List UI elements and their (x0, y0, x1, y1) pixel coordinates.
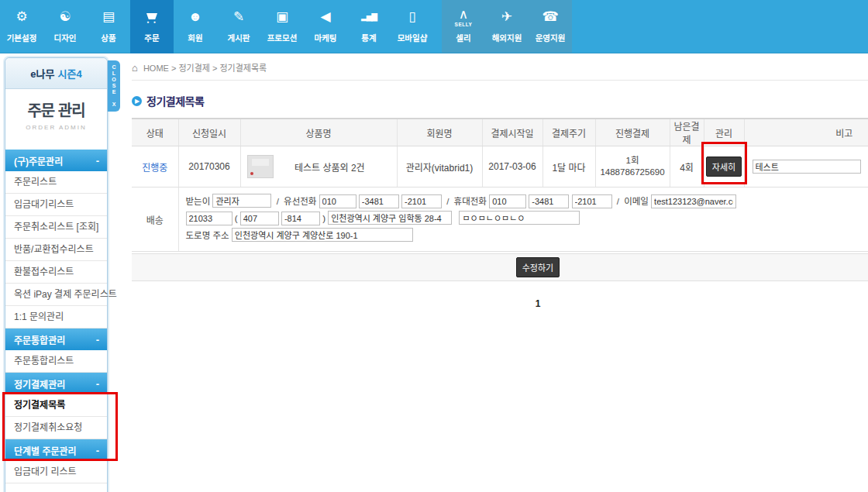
sidebar-item-order-list[interactable]: 주문리스트 (5, 171, 107, 194)
sidebar-item-subscription-cancel-request[interactable]: 정기결제취소요청 (5, 417, 107, 439)
person-icon: ☻ (188, 7, 202, 27)
subscription-table: 상태 신청일시 상품명 회원명 결제시작일 결제주기 진행결제 남은결제 관리 … (132, 118, 868, 252)
sidebar-title-box: 주문 관리 ORDER ADMIN (5, 89, 107, 139)
sidebar-item-return-exchange-list[interactable]: 반품/교환접수리스트 (5, 239, 107, 261)
sidebar-section-order-integration[interactable]: 주문통합관리 - (5, 329, 107, 350)
product-name-cell: 테스트 상품외 2건 (281, 146, 397, 188)
basket-icon: ▤ (102, 7, 115, 27)
table-row: 진행중 20170306 테스트 상품외 2건 관리자(vitabrid1) 2… (132, 146, 868, 188)
tel2-input[interactable] (359, 194, 399, 208)
collapse-minus-icon: - (96, 378, 99, 390)
page-title: 정기결제목록 (146, 93, 204, 108)
nav-item-stats[interactable]: ▂▅▇ 통계 (347, 0, 391, 53)
palette-icon: ☯ (59, 7, 71, 27)
zip3-input[interactable] (281, 212, 320, 225)
edit-button[interactable]: 수정하기 (516, 257, 560, 277)
gear-icon: ⚙ (16, 7, 27, 27)
subscription-table-wrap: 상태 신청일시 상품명 회원명 결제시작일 결제주기 진행결제 남은결제 관리 … (132, 118, 868, 309)
receiver-input[interactable] (212, 194, 271, 208)
sidebar-item-refund-list[interactable]: 환불접수리스트 (5, 261, 107, 284)
tel3-input[interactable] (401, 194, 442, 208)
start-date-cell: 2017-03-06 (482, 146, 542, 188)
member-cell: 관리자(vitabrid1) (397, 146, 482, 188)
table-header-row: 상태 신청일시 상품명 회원명 결제시작일 결제주기 진행결제 남은결제 관리 … (132, 119, 868, 146)
nav-item-design[interactable]: ☯ 디자인 (43, 0, 87, 53)
zip-input[interactable] (186, 212, 232, 225)
nav-item-overseas[interactable]: ✈ 해외지원 (485, 0, 529, 53)
speaker-icon: ◀ (320, 7, 330, 27)
mobile-phone-icon: ▯ (408, 7, 415, 27)
nav-label: 셀리 (456, 32, 470, 43)
sidebar-item-order-integration-list[interactable]: 주문통합리스트 (5, 350, 107, 373)
nav-item-operation[interactable]: ☎ 운영지원 (529, 0, 572, 53)
note-input[interactable] (753, 160, 861, 174)
tel1-input[interactable] (319, 194, 356, 208)
pagination: 1 (132, 298, 868, 309)
nav-label: 모바일샵 (398, 32, 428, 43)
nav-item-product[interactable]: ▤ 상품 (87, 0, 130, 53)
sidebar-item-deposit-wait-list[interactable]: 입금대기리스트 (5, 194, 107, 216)
col-header-progress: 진행결제 (595, 119, 670, 146)
col-header-manage: 관리 (704, 119, 744, 146)
sidebar-section-old-order[interactable]: (구)주문관리 - (5, 150, 107, 171)
nav-item-member[interactable]: ☻ 회원 (174, 0, 217, 53)
main-content: ⌂ HOME > 정기결제 > 정기결제목록 ▶ 정기결제목록 상태 신청일시 … (132, 53, 868, 309)
nav-item-marketing[interactable]: ◀ 마케팅 (304, 0, 347, 53)
mobile1-input[interactable] (489, 194, 526, 208)
nav-item-order[interactable]: ● ● 주문 (130, 0, 174, 53)
sidebar-item-order-cancel-list[interactable]: 주문취소리스트 [조회] (5, 216, 107, 239)
nav-item-board[interactable]: ✎ 게시판 (217, 0, 260, 53)
nav-label: 기본설정 (7, 32, 37, 43)
section-header-label: 정기결제관리 (14, 377, 65, 391)
brand-name: e나무 (30, 66, 54, 81)
address-input[interactable] (328, 211, 452, 225)
pencil-icon: ✎ (233, 7, 244, 27)
sidebar-section-step-order[interactable]: 단계별 주문관리 - (5, 439, 107, 461)
col-header-start-date: 결제시작일 (482, 119, 542, 146)
col-header-status: 상태 (132, 119, 178, 146)
zip2-input[interactable] (240, 212, 279, 225)
remaining-cell: 4회 (670, 146, 704, 188)
nav-item-settings[interactable]: ⚙ 기본설정 (0, 0, 43, 53)
nav-label: 마케팅 (315, 32, 337, 43)
email-input[interactable] (651, 194, 736, 208)
progress-cell: 1회 1488786725690 (596, 155, 670, 178)
nav-label: 상품 (101, 32, 115, 43)
nav-label: 게시판 (228, 32, 250, 43)
sidebar-item-inquiry-management[interactable]: 1:1 문의관리 (5, 306, 107, 329)
detail-button[interactable]: 자세히 (706, 157, 742, 177)
airplane-icon: ✈ (501, 7, 512, 27)
mobile3-input[interactable] (572, 194, 612, 208)
brand-version: 시즌4 (58, 66, 82, 81)
collapse-minus-icon: - (96, 334, 99, 346)
selly-logo-icon: ∧ SELLY (455, 7, 473, 27)
road-address-input[interactable] (232, 228, 413, 242)
col-header-product-name: 상품명 (240, 119, 397, 146)
section-header-label: (구)주문관리 (14, 154, 63, 167)
sidebar-section-subscription[interactable]: 정기결제관리 - (5, 373, 107, 394)
gift-icon: ▣ (276, 7, 288, 27)
sidebar-title: 주문 관리 (5, 98, 107, 121)
status-link[interactable]: 진행중 (142, 163, 167, 174)
product-thumbnail (247, 155, 274, 178)
sidebar-item-subscription-list[interactable]: 정기결제목록 (5, 394, 107, 417)
nav-item-promotion[interactable]: ▣ 프로모션 (260, 0, 304, 53)
sidebar-item-auction-ipay-list[interactable]: 옥션 iPay 결제 주문리스트 (5, 284, 107, 306)
arrow-bullet-icon: ▶ (132, 96, 142, 106)
page-number-1[interactable]: 1 (536, 298, 541, 309)
section-header-label: 단계별 주문관리 (14, 444, 77, 457)
shipping-line-address: ( ) (186, 211, 868, 228)
sidebar-item-deposit-wait-list-2[interactable]: 입금대기 리스트 (5, 461, 107, 483)
brand-header: e나무 시즌4 (5, 58, 107, 89)
breadcrumb[interactable]: ⌂ HOME > 정기결제 > 정기결제목록 (132, 53, 868, 81)
nav-label: 운영지원 (536, 32, 566, 43)
col-header-apply-date: 신청일시 (178, 119, 240, 146)
nav-item-selly[interactable]: ∧ SELLY 셀리 (442, 0, 485, 53)
mobile2-input[interactable] (529, 194, 569, 208)
sidebar-close-tab[interactable]: CLOSE X (108, 60, 120, 112)
apply-date-cell: 20170306 (178, 146, 240, 188)
address-extra-input[interactable] (459, 211, 580, 225)
nav-item-mobileshop[interactable]: ▯ 모바일샵 (391, 0, 434, 53)
sidebar: e나무 시즌4 주문 관리 ORDER ADMIN (구)주문관리 - 주문리스… (5, 57, 108, 492)
nav-label: 해외지원 (492, 32, 522, 43)
